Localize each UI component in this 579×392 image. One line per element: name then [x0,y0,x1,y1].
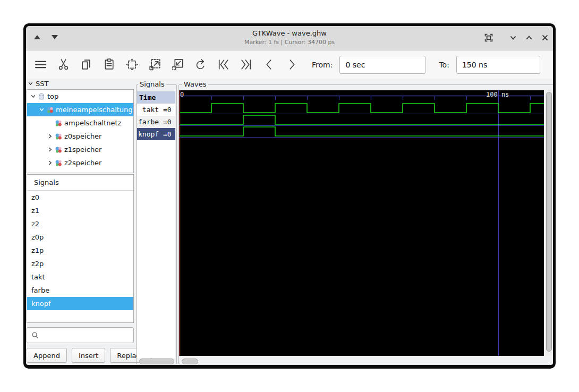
chevron-right-icon [285,57,299,72]
next-edge-button[interactable] [284,57,300,73]
undo-icon [193,57,208,72]
signal-list-item-z1[interactable]: z1 [27,204,133,217]
waveform-farbe [180,115,544,124]
skip-to-end-icon [239,57,253,72]
archive-icon [38,93,45,100]
insert-button[interactable]: Insert [72,348,105,363]
signal-value-row[interactable]: knopf =0 [137,128,175,140]
scissors-icon [56,57,71,72]
sst-tree-item-z0speicher[interactable]: z0speicher [27,130,133,143]
sst-tree-item-meineampelschaltung20[interactable]: meineampelschaltung20 [27,103,133,116]
time-header[interactable]: Time [137,91,175,104]
signal-list-item-z0[interactable]: z0 [27,191,133,204]
expander-spacer [47,120,53,126]
paste-button[interactable] [101,57,117,73]
close-icon [540,33,550,42]
from-input[interactable] [339,56,425,74]
window-content: GTKWave - wave.ghw Marker: 1 fs | Cursor… [26,26,553,365]
timeline-start-label: 0 [180,91,184,98]
module-icon [55,133,62,140]
tree-item-label: z2speicher [64,159,101,167]
reload-icon [551,57,553,72]
signal-value-row[interactable]: takt =0 [137,104,175,116]
toolbar: From: To: [26,50,553,79]
chevron-right-icon[interactable] [47,147,53,152]
go-to-start-button[interactable] [215,57,231,73]
signal-value-table: Time takt =0farbe =0knopf =0 [137,91,175,140]
zoom-in-icon [148,57,162,72]
cut-button[interactable] [55,57,71,73]
undo-button[interactable] [192,57,208,73]
copy-button[interactable] [78,57,94,73]
tree-item-label: z1speicher [64,146,101,154]
maximize-button[interactable] [484,33,493,42]
waves-hscrollbar-thumb[interactable] [182,359,198,364]
zoom-fit-icon [125,57,139,72]
sst-expander[interactable]: SST [28,80,48,88]
skip-to-start-icon [216,57,231,72]
signal-value-row[interactable]: farbe =0 [137,116,175,128]
module-icon [55,120,62,127]
signal-list-item-farbe[interactable]: farbe [27,284,133,297]
signal-search-box[interactable] [27,327,134,343]
signal-list-header: Signals [27,175,133,191]
zoom-in-button[interactable] [147,57,163,73]
waveform-svg [179,90,544,356]
close-button[interactable] [540,33,550,42]
from-label: From: [312,61,333,69]
gtkwave-window: GTKWave - wave.ghw Marker: 1 fs | Cursor… [23,23,556,369]
clipboard-icon [102,57,116,72]
signal-list-item-z2[interactable]: z2 [27,217,133,231]
timeline-end-label: 100 ns [486,91,509,98]
sst-tree-item-z1speicher[interactable]: z1speicher [27,143,133,156]
signal-action-buttons: Append Insert Replace [27,348,151,363]
menu-button[interactable] [32,57,48,73]
waves-frame-label: Waves [182,80,208,88]
signals-hscrollbar-thumb[interactable] [139,359,174,364]
signals-frame-body [137,140,175,358]
search-icon [31,331,39,339]
signal-list-item-z1p[interactable]: z1p [27,244,133,257]
chevron-right-icon[interactable] [47,133,53,139]
zoom-fit-button[interactable] [124,57,140,73]
chevron-down-icon[interactable] [39,107,45,113]
maximize-icon [484,33,493,42]
to-input[interactable] [456,56,540,74]
waves-vscrollbar-thumb[interactable] [546,92,552,352]
chevron-right-icon[interactable] [47,160,53,166]
waveform-knopf [180,127,544,136]
signal-list-box: Signals z0z1z2z0pz1pz2ptaktfarbeknopf [27,174,134,323]
zoom-out-icon [171,57,185,72]
sst-label: SST [36,80,48,88]
hamburger-menu-icon [33,57,48,72]
tree-item-label: meineampelschaltung20 [56,106,134,114]
to-label: To: [439,61,449,69]
prev-edge-button[interactable] [261,57,277,73]
tree-item-label: top [47,92,58,100]
tree-item-label: z0speicher [64,132,101,140]
copy-icon [79,57,93,72]
zoom-out-button[interactable] [169,57,185,73]
waveform-takt [180,104,544,113]
signal-list-item-takt[interactable]: takt [27,270,133,284]
tree-item-label: ampelschaltnetz [64,119,122,127]
sst-tree-item-z2speicher[interactable]: z2speicher [27,156,133,169]
chevron-down-icon[interactable] [30,93,36,99]
sst-tree-item-top[interactable]: top [27,90,133,103]
reload-button[interactable] [550,57,553,73]
window-title: GTKWave - wave.ghw [26,29,553,37]
sst-tree-item-ampelschaltnetz[interactable]: ampelschaltnetz [27,116,133,130]
append-button[interactable]: Append [27,348,67,363]
marker-cursor-status: Marker: 1 fs | Cursor: 34700 ps [26,39,553,46]
titlebar[interactable]: GTKWave - wave.ghw Marker: 1 fs | Cursor… [26,26,553,50]
go-to-end-button[interactable] [238,57,254,73]
wave-canvas[interactable] [179,90,544,356]
minimize-button[interactable] [508,33,518,42]
restore-button[interactable] [524,33,534,42]
module-icon [46,106,54,114]
signal-list-item-z0p[interactable]: z0p [27,231,133,244]
module-icon [55,146,62,154]
signal-list-item-z2p[interactable]: z2p [27,257,133,270]
chevron-down-icon [28,81,33,87]
signal-list-item-knopf[interactable]: knopf [27,297,133,310]
